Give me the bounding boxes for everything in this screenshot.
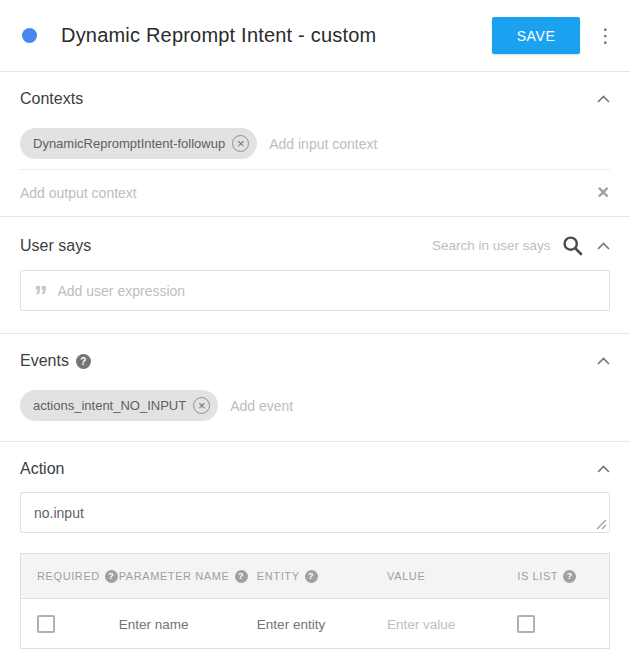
user-expression-box: ” — [20, 270, 610, 311]
column-header-is-list: IS LIST? — [501, 554, 609, 599]
user-says-section: User says ” — [0, 217, 630, 334]
entity-help-icon[interactable]: ? — [305, 570, 318, 583]
contexts-title: Contexts — [20, 90, 83, 108]
intent-title: Dynamic Reprompt Intent - custom — [61, 24, 492, 47]
value-cell — [371, 599, 501, 649]
required-cell — [21, 599, 103, 649]
entity-cell — [241, 599, 371, 649]
add-event-field[interactable] — [230, 398, 610, 414]
action-header: Action — [0, 442, 630, 488]
parameter-name-help-icon[interactable]: ? — [235, 570, 248, 583]
events-header: Events ? — [0, 334, 630, 380]
required-checkbox[interactable] — [37, 615, 55, 633]
action-title: Action — [20, 460, 64, 478]
save-button[interactable]: SAVE — [492, 17, 580, 54]
user-says-search — [432, 235, 597, 256]
add-user-expression-field[interactable] — [58, 283, 597, 299]
value-field[interactable] — [387, 617, 495, 632]
event-chip[interactable]: actions_intent_NO_INPUT × — [20, 390, 218, 421]
event-chip-label: actions_intent_NO_INPUT — [33, 398, 186, 413]
parameter-name-field[interactable] — [119, 617, 235, 632]
is-list-checkbox[interactable] — [517, 615, 535, 633]
collapse-action-icon[interactable] — [597, 465, 610, 473]
collapse-contexts-icon[interactable] — [597, 95, 610, 103]
events-section: Events ? actions_intent_NO_INPUT × — [0, 334, 630, 442]
column-header-parameter-name: PARAMETER NAME? — [103, 554, 241, 599]
input-context-chip-label: DynamicRepromptIntent-followup — [33, 136, 225, 151]
action-value: no.input — [34, 505, 84, 521]
entity-field[interactable] — [257, 617, 365, 632]
parameters-table: REQUIRED? PARAMETER NAME? ENTITY? VALUE … — [20, 553, 610, 649]
column-header-required: REQUIRED? — [21, 554, 103, 599]
add-input-context-field[interactable] — [269, 136, 610, 152]
search-user-says-input[interactable] — [432, 238, 560, 253]
add-output-context-field[interactable] — [20, 185, 587, 201]
clear-output-context-icon[interactable]: ✕ — [597, 183, 610, 202]
overflow-menu-icon[interactable]: ⋮ — [596, 26, 614, 45]
is-list-cell — [501, 599, 609, 649]
action-input-box[interactable]: no.input — [20, 492, 610, 533]
remove-event-icon[interactable]: × — [193, 397, 210, 414]
resize-handle-icon[interactable] — [596, 519, 607, 530]
collapse-events-icon[interactable] — [597, 357, 610, 365]
collapse-user-says-icon[interactable] — [597, 242, 610, 250]
user-says-header: User says — [0, 217, 630, 266]
remove-input-context-icon[interactable]: × — [232, 135, 249, 152]
contexts-header: Contexts — [0, 72, 630, 118]
contexts-section: Contexts DynamicRepromptIntent-followup … — [0, 72, 630, 217]
user-says-title: User says — [20, 237, 91, 255]
events-row: actions_intent_NO_INPUT × — [0, 380, 630, 441]
parameter-name-cell — [103, 599, 241, 649]
parameters-header-row: REQUIRED? PARAMETER NAME? ENTITY? VALUE … — [21, 554, 610, 599]
input-context-chip[interactable]: DynamicRepromptIntent-followup × — [20, 128, 257, 159]
is-list-help-icon[interactable]: ? — [563, 570, 576, 583]
action-section: Action no.input REQUIRED? PARAMETER NAME… — [0, 442, 630, 649]
events-help-icon[interactable]: ? — [76, 354, 91, 369]
intent-status-dot — [22, 28, 37, 43]
column-header-entity: ENTITY? — [241, 554, 371, 599]
intent-header: Dynamic Reprompt Intent - custom SAVE ⋮ — [0, 0, 630, 72]
output-context-row: ✕ — [0, 170, 630, 216]
required-help-icon[interactable]: ? — [105, 570, 118, 583]
parameter-row — [21, 599, 610, 649]
column-header-value: VALUE — [371, 554, 501, 599]
input-contexts-row: DynamicRepromptIntent-followup × — [20, 118, 610, 170]
events-title: Events — [20, 352, 69, 370]
search-icon[interactable] — [562, 235, 583, 256]
